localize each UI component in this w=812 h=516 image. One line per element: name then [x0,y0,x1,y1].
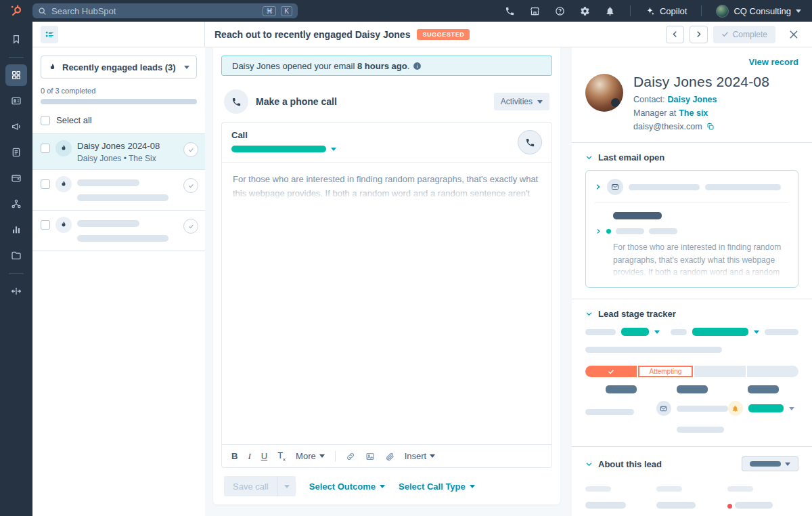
settings-gear-icon[interactable] [580,5,591,16]
close-button[interactable] [785,26,803,43]
lead-stage-tracker-section: Lead stage tracker Attempting [585,299,798,435]
search-icon [38,7,47,16]
section-title: About this lead [598,459,662,469]
bold-button[interactable]: B [231,451,238,461]
expand-icon[interactable] [595,228,602,234]
select-all-checkbox[interactable] [41,116,50,125]
insert-link-button[interactable] [346,452,355,461]
lead-checkbox[interactable] [41,144,50,153]
page-content-icon [11,147,22,158]
previous-task-button[interactable] [666,26,684,43]
stage-upcoming[interactable] [747,366,798,377]
complete-label: Complete [733,30,767,39]
chevron-down-icon [796,9,801,13]
company-link[interactable]: The six [679,108,708,118]
queue-filter-dropdown[interactable]: Recently engaged leads (3) [41,56,197,79]
stage-progress-bar: Attempting [585,366,798,377]
copilot-button[interactable]: Copilot [645,6,687,16]
collapse-section-icon[interactable] [585,460,593,468]
chevron-down-icon[interactable] [754,330,759,334]
italic-button[interactable]: I [248,451,250,462]
stage-upcoming[interactable] [694,366,746,377]
activities-dropdown[interactable]: Activities [494,93,549,110]
lead-profile: Daisy Jones 2024-08 Contact: Daisy Jones… [585,74,798,131]
stage-value-skeleton [621,328,649,336]
sidebar-item-library[interactable] [5,244,27,266]
chevron-right-icon [695,30,702,38]
sidebar-item-marketing[interactable] [5,116,27,137]
lead-subtitle-skeleton [77,235,168,242]
sidebar-item-automations[interactable] [5,193,27,215]
collapse-section-icon[interactable] [585,310,593,318]
email-tag-skeleton [616,228,644,234]
lead-checkbox[interactable] [41,179,50,189]
start-call-button[interactable] [518,130,542,154]
editor-toolbar: B I U Tx More Insert [222,444,551,467]
save-call-options-button[interactable] [277,476,296,496]
close-icon [788,29,799,40]
view-record-link[interactable]: View record [585,57,798,67]
sidebar-item-crm[interactable] [5,90,27,112]
sidebar-collapse-button[interactable] [5,280,27,302]
stage-done[interactable] [585,366,637,377]
save-call-button[interactable]: Save call [224,476,277,496]
underline-button[interactable]: U [261,451,267,461]
lead-list-item[interactable] [32,211,205,251]
complete-button[interactable]: Complete [713,26,775,43]
lead-list-item[interactable] [32,170,205,211]
marketplace-icon[interactable] [530,5,541,16]
sidebar-item-commerce[interactable] [5,167,27,189]
global-search-input[interactable]: Search HubSpot ⌘ K [32,3,298,18]
mark-complete-icon[interactable] [183,142,198,157]
calling-icon[interactable] [505,5,516,16]
sidebar-item-workspaces[interactable] [5,64,27,86]
skeleton [677,406,728,412]
about-actions-dropdown[interactable] [742,456,798,471]
select-call-type-dropdown[interactable]: Select Call Type [399,481,475,492]
next-task-button[interactable] [690,26,708,43]
mark-complete-icon[interactable] [183,219,198,234]
email-preview-text: For those who are interested in finding … [613,242,781,279]
phone-icon [525,137,535,148]
flame-icon [55,140,72,156]
notifications-bell-icon[interactable] [605,5,616,16]
rail-divider [9,57,24,58]
insert-image-button[interactable] [365,452,375,461]
divider [595,202,789,203]
insert-dropdown[interactable]: Insert [405,451,436,461]
attach-file-button[interactable] [385,452,394,461]
list-toggle-button[interactable] [41,26,58,43]
select-outcome-dropdown[interactable]: Select Outcome [309,481,385,492]
help-icon[interactable] [555,5,566,16]
stage-attempting[interactable]: Attempting [638,366,692,377]
property-label-skeleton [656,486,682,492]
sidebar-item-reporting[interactable] [5,219,27,240]
call-notes-editor[interactable]: For those who are interested in finding … [222,162,551,444]
collapse-section-icon[interactable] [585,154,593,161]
copy-icon[interactable] [706,123,715,131]
sidebar-item-bookmarks[interactable] [5,28,27,50]
email-subject-skeleton [613,212,662,219]
account-menu[interactable]: CQ Consulting [716,5,801,18]
skeleton [677,427,724,433]
envelope-icon [656,401,671,416]
skeleton [585,409,634,415]
clear-formatting-button[interactable]: Tx [277,450,286,463]
section-title: Last email open [598,152,664,163]
lead-checkbox[interactable] [41,220,50,230]
lead-list-item[interactable]: Daisy Jones 2024-08 Daisy Jones • The Si… [32,134,205,170]
chevron-down-icon[interactable] [654,330,660,334]
contact-link[interactable]: Daisy Jones [668,95,717,104]
stage-date-skeleton [677,385,708,393]
mark-complete-icon[interactable] [183,178,198,193]
chevron-down-icon[interactable] [331,148,336,151]
sidebar-item-content[interactable] [5,142,27,163]
hubspot-logo[interactable] [0,4,32,18]
lead-title: Daisy Jones 2024-08 [77,141,178,151]
info-icon[interactable] [413,62,422,70]
expand-icon[interactable] [595,184,602,190]
chevron-down-icon[interactable] [789,407,794,410]
skeleton [671,329,687,335]
stage-date-skeleton [606,385,637,393]
more-formatting-dropdown[interactable]: More [296,451,325,461]
